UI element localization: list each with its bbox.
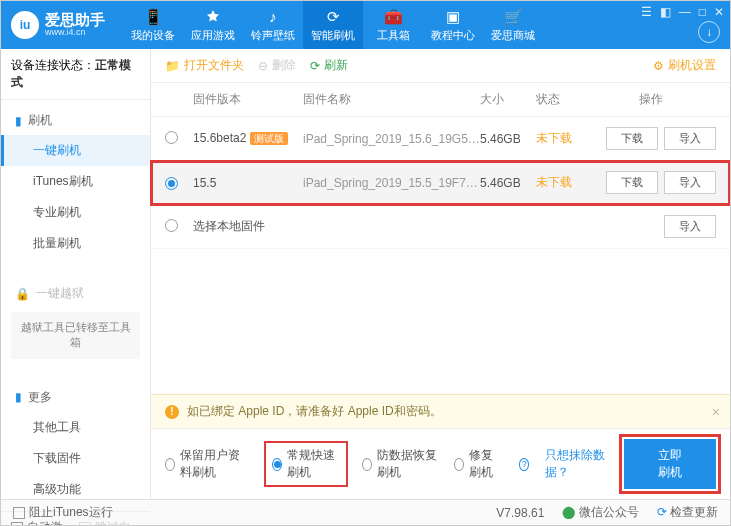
sidebar: 设备连接状态：正常模式 ▮刷机 一键刷机 iTunes刷机 专业刷机 批量刷机 … xyxy=(1,49,151,499)
music-icon: ♪ xyxy=(264,8,282,26)
firmware-row[interactable]: 15.6beta2测试版 iPad_Spring_2019_15.6_19G50… xyxy=(151,117,730,161)
flash-modes: 保留用户资料刷机 常规快速刷机 防数据恢复刷机 修复刷机 ? 只想抹除数据？ 立… xyxy=(151,428,730,499)
logo-icon: iu xyxy=(11,11,39,39)
import-button[interactable]: 导入 xyxy=(664,127,716,150)
refresh-button[interactable]: ⟳刷新 xyxy=(310,57,348,74)
app-name: 爱思助手 xyxy=(45,12,105,29)
section-flash[interactable]: ▮刷机 xyxy=(1,106,150,135)
logo: iu 爱思助手 www.i4.cn xyxy=(11,11,105,39)
gear-icon: ⚙ xyxy=(653,59,664,73)
download-button[interactable]: 下载 xyxy=(606,171,658,194)
import-button[interactable]: 导入 xyxy=(664,171,716,194)
lock-icon: 🔒 xyxy=(15,287,30,301)
sidebar-item-download[interactable]: 下载固件 xyxy=(1,443,150,474)
sidebar-item-itunes[interactable]: iTunes刷机 xyxy=(1,166,150,197)
section-jailbreak[interactable]: 🔒一键越狱 xyxy=(1,279,150,308)
connection-status: 设备连接状态：正常模式 xyxy=(1,49,150,100)
sidebar-item-batch[interactable]: 批量刷机 xyxy=(1,228,150,259)
refresh-icon: ⟳ xyxy=(310,59,320,73)
mode-repair[interactable]: 修复刷机 xyxy=(454,447,503,481)
nav-store[interactable]: 🛒爱思商城 xyxy=(483,1,543,49)
nav-apps[interactable]: 应用游戏 xyxy=(183,1,243,49)
cart-icon: 🛒 xyxy=(504,8,522,26)
window-controls: ☰ ◧ — □ ✕ xyxy=(641,5,724,19)
folder-icon: 📁 xyxy=(165,59,180,73)
download-button[interactable]: 下载 xyxy=(606,127,658,150)
book-icon: ▣ xyxy=(444,8,462,26)
mode-anti-recovery[interactable]: 防数据恢复刷机 xyxy=(362,447,438,481)
firmware-row-selected[interactable]: 15.5 iPad_Spring_2019_15.5_19F77_Restore… xyxy=(151,161,730,205)
import-button[interactable]: 导入 xyxy=(664,215,716,238)
sidebar-item-other[interactable]: 其他工具 xyxy=(1,412,150,443)
help-icon[interactable]: ? xyxy=(519,458,529,471)
more-icon: ▮ xyxy=(15,390,22,404)
nav-flash[interactable]: ⟳智能刷机 xyxy=(303,1,363,49)
toolbar: 📁打开文件夹 ⊖删除 ⟳刷新 ⚙刷机设置 xyxy=(151,49,730,83)
download-icon[interactable]: ↓ xyxy=(698,21,720,43)
beta-tag: 测试版 xyxy=(250,132,288,145)
nav-tutorial[interactable]: ▣教程中心 xyxy=(423,1,483,49)
mode-normal[interactable]: 常规快速刷机 xyxy=(266,443,345,485)
block-itunes-checkbox[interactable]: 阻止iTunes运行 xyxy=(13,504,113,521)
close-icon[interactable]: ✕ xyxy=(714,5,724,19)
flash-settings-button[interactable]: ⚙刷机设置 xyxy=(653,57,716,74)
titlebar: iu 爱思助手 www.i4.cn 📱我的设备 应用游戏 ♪铃声壁纸 ⟳智能刷机… xyxy=(1,1,730,49)
nav-ringtone[interactable]: ♪铃声壁纸 xyxy=(243,1,303,49)
version-label: V7.98.61 xyxy=(496,506,544,520)
local-firmware-row[interactable]: 选择本地固件 导入 xyxy=(151,205,730,249)
apps-icon xyxy=(204,8,222,26)
skin-icon[interactable]: ◧ xyxy=(660,5,671,19)
toolbox-icon: 🧰 xyxy=(384,8,402,26)
radio-checked[interactable] xyxy=(165,177,178,190)
phone-icon: ▮ xyxy=(15,114,22,128)
flash-now-button[interactable]: 立即刷机 xyxy=(624,439,716,489)
open-folder-button[interactable]: 📁打开文件夹 xyxy=(165,57,244,74)
minimize-icon[interactable]: — xyxy=(679,5,691,19)
main-nav: 📱我的设备 应用游戏 ♪铃声壁纸 ⟳智能刷机 🧰工具箱 ▣教程中心 🛒爱思商城 xyxy=(123,1,543,49)
warning-icon: ! xyxy=(165,405,179,419)
nav-tools[interactable]: 🧰工具箱 xyxy=(363,1,423,49)
sidebar-item-pro[interactable]: 专业刷机 xyxy=(1,197,150,228)
wechat-icon: ⬤ xyxy=(562,505,575,519)
section-more[interactable]: ▮更多 xyxy=(1,383,150,412)
main-panel: 📁打开文件夹 ⊖删除 ⟳刷新 ⚙刷机设置 固件版本 固件名称 大小 状态 操作 … xyxy=(151,49,730,499)
phone-icon: 📱 xyxy=(144,8,162,26)
wechat-link[interactable]: ⬤ 微信公众号 xyxy=(562,504,638,521)
jailbreak-note: 越狱工具已转移至工具箱 xyxy=(11,312,140,359)
menu-icon[interactable]: ☰ xyxy=(641,5,652,19)
sidebar-item-advanced[interactable]: 高级功能 xyxy=(1,474,150,505)
apple-id-notice: ! 如已绑定 Apple ID，请准备好 Apple ID和密码。 × xyxy=(151,394,730,428)
check-update-link[interactable]: ⟳ 检查更新 xyxy=(657,504,718,521)
nav-device[interactable]: 📱我的设备 xyxy=(123,1,183,49)
sidebar-item-oneclick[interactable]: 一键刷机 xyxy=(1,135,150,166)
maximize-icon[interactable]: □ xyxy=(699,5,706,19)
radio-unchecked[interactable] xyxy=(165,131,178,144)
radio-unchecked[interactable] xyxy=(165,219,178,232)
table-header: 固件版本 固件名称 大小 状态 操作 xyxy=(151,83,730,117)
mode-keep-data[interactable]: 保留用户资料刷机 xyxy=(165,447,250,481)
trash-icon: ⊖ xyxy=(258,59,268,73)
refresh-icon: ⟳ xyxy=(324,8,342,26)
erase-link[interactable]: 只想抹除数据？ xyxy=(545,447,608,481)
delete-button[interactable]: ⊖删除 xyxy=(258,57,296,74)
update-icon: ⟳ xyxy=(657,505,667,519)
app-url: www.i4.cn xyxy=(45,28,105,38)
close-notice-icon[interactable]: × xyxy=(712,404,720,420)
